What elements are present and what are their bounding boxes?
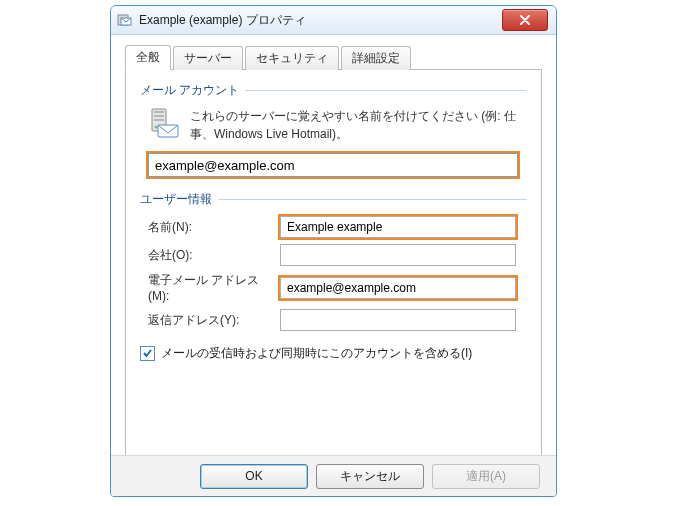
- tab-advanced[interactable]: 詳細設定: [341, 46, 411, 70]
- include-account-checkbox-row[interactable]: メールの受信時および同期時にこのアカウントを含める(I): [140, 345, 527, 362]
- window-title: Example (example) プロパティ: [139, 12, 306, 29]
- email-label: 電子メール アドレス(M):: [140, 272, 280, 303]
- divider: [245, 90, 527, 91]
- include-account-checkbox[interactable]: [140, 346, 155, 361]
- svg-rect-4: [154, 115, 164, 117]
- account-name-input[interactable]: [148, 153, 518, 177]
- tab-server[interactable]: サーバー: [173, 46, 243, 70]
- tab-general[interactable]: 全般: [125, 45, 171, 70]
- group-mail-account-label: メール アカウント: [140, 82, 239, 99]
- company-input[interactable]: [280, 244, 516, 266]
- svg-point-6: [155, 126, 158, 129]
- apply-button-label: 適用(A): [466, 468, 506, 485]
- email-input[interactable]: [280, 277, 516, 299]
- properties-dialog: Example (example) プロパティ 全般 サーバー セキュリティ 詳…: [110, 5, 557, 497]
- reply-label: 返信アドレス(Y):: [140, 312, 280, 329]
- mail-account-description: これらのサーバーに覚えやすい名前を付けてください (例: 仕事、Windows …: [190, 107, 527, 143]
- tab-advanced-label: 詳細設定: [352, 51, 400, 65]
- ok-button-label: OK: [245, 469, 262, 483]
- tab-server-label: サーバー: [184, 51, 232, 65]
- name-label: 名前(N):: [140, 219, 280, 236]
- group-user-info: ユーザー情報 名前(N): 会社(O): 電子メール アドレス(M):: [140, 191, 527, 331]
- tab-strip: 全般 サーバー セキュリティ 詳細設定: [125, 47, 542, 70]
- include-account-label: メールの受信時および同期時にこのアカウントを含める(I): [161, 345, 472, 362]
- name-input[interactable]: [280, 216, 516, 238]
- group-user-info-label: ユーザー情報: [140, 191, 212, 208]
- dialog-footer: OK キャンセル 適用(A): [111, 455, 556, 496]
- group-mail-account: メール アカウント: [140, 82, 527, 177]
- reply-input[interactable]: [280, 309, 516, 331]
- ok-button[interactable]: OK: [200, 464, 308, 489]
- svg-rect-3: [154, 111, 164, 113]
- cancel-button[interactable]: キャンセル: [316, 464, 424, 489]
- titlebar[interactable]: Example (example) プロパティ: [111, 6, 556, 35]
- company-label: 会社(O):: [140, 247, 280, 264]
- server-icon: [148, 107, 180, 139]
- close-button[interactable]: [502, 9, 548, 31]
- window-icon: [117, 12, 133, 28]
- tab-general-label: 全般: [136, 50, 160, 64]
- tab-security-label: セキュリティ: [256, 51, 328, 65]
- svg-rect-5: [154, 119, 164, 121]
- divider: [218, 199, 527, 200]
- cancel-button-label: キャンセル: [340, 468, 400, 485]
- close-icon: [519, 15, 531, 25]
- apply-button: 適用(A): [432, 464, 540, 489]
- tab-security[interactable]: セキュリティ: [245, 46, 339, 70]
- checkmark-icon: [142, 348, 153, 359]
- tab-pane-general: メール アカウント: [125, 70, 542, 462]
